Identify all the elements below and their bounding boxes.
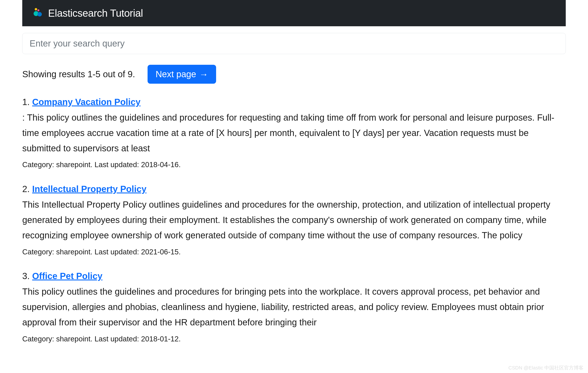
result-meta: Category: sharepoint. Last updated: 2018…	[22, 333, 566, 345]
result-meta: Category: sharepoint. Last updated: 2021…	[22, 246, 566, 258]
result-snippet: This policy outlines the guidelines and …	[22, 284, 566, 330]
result-snippet: This Intellectual Property Policy outlin…	[22, 197, 566, 243]
result-link[interactable]: Office Pet Policy	[32, 271, 102, 281]
next-page-label: Next page	[156, 69, 196, 79]
result-snippet: : This policy outlines the guidelines an…	[22, 110, 566, 156]
result-index: 2.	[22, 184, 30, 194]
result-title-line: 2. Intellectual Property Policy	[22, 183, 566, 195]
page-title: Elasticsearch Tutorial	[48, 7, 143, 19]
result-index: 1.	[22, 97, 30, 107]
arrow-right-icon: →	[199, 70, 208, 79]
next-page-button[interactable]: Next page →	[147, 65, 216, 84]
elastic-logo-icon	[32, 8, 43, 18]
result-link[interactable]: Intellectual Property Policy	[32, 184, 147, 194]
search-input[interactable]	[22, 33, 566, 54]
result-meta: Category: sharepoint. Last updated: 2018…	[22, 159, 566, 171]
result-link[interactable]: Company Vacation Policy	[32, 97, 140, 107]
search-result: 3. Office Pet Policy This policy outline…	[22, 270, 566, 345]
app-header: Elasticsearch Tutorial	[22, 0, 566, 26]
main-content: Showing results 1-5 out of 9. Next page …	[22, 26, 566, 345]
result-title-line: 1. Company Vacation Policy	[22, 96, 566, 108]
results-bar: Showing results 1-5 out of 9. Next page …	[22, 65, 566, 84]
results-count: Showing results 1-5 out of 9.	[22, 69, 135, 79]
result-index: 3.	[22, 271, 30, 281]
search-result: 2. Intellectual Property Policy This Int…	[22, 183, 566, 258]
search-result: 1. Company Vacation Policy : This policy…	[22, 96, 566, 171]
result-title-line: 3. Office Pet Policy	[22, 270, 566, 282]
